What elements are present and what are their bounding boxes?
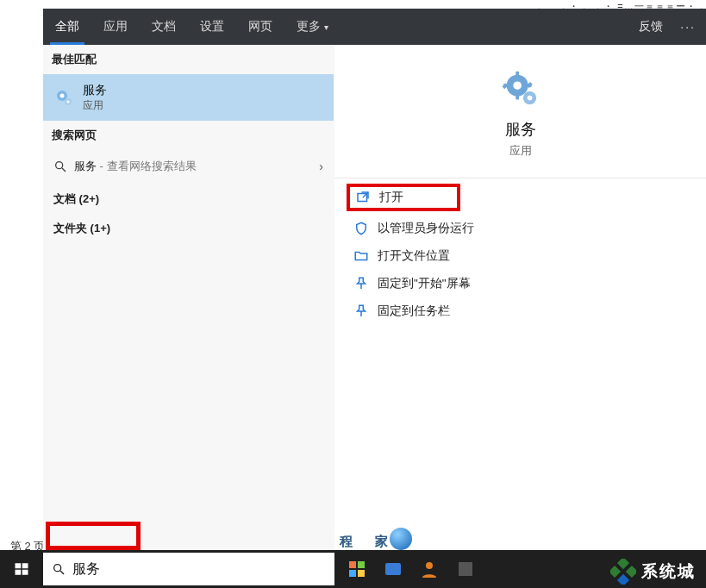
svg-point-1 bbox=[60, 94, 65, 98]
best-match-result[interactable]: 服务 应用 bbox=[43, 74, 334, 121]
svg-point-15 bbox=[527, 96, 532, 101]
pin-icon bbox=[353, 276, 369, 291]
search-icon bbox=[53, 160, 67, 173]
chevron-right-icon: › bbox=[319, 160, 323, 173]
tab-settings[interactable]: 设置 bbox=[188, 9, 236, 45]
web-search-term: 服务 bbox=[74, 160, 97, 172]
action-pin-start[interactable]: 固定到"开始"屏幕 bbox=[348, 270, 692, 297]
taskbar-app-icon[interactable] bbox=[455, 559, 476, 579]
start-button[interactable] bbox=[0, 550, 43, 588]
chevron-down-icon: ▾ bbox=[324, 22, 328, 32]
action-label: 打开 bbox=[379, 190, 403, 205]
svg-point-4 bbox=[56, 162, 63, 169]
svg-point-28 bbox=[426, 562, 433, 569]
svg-rect-26 bbox=[358, 570, 365, 577]
taskbar-app-icon[interactable] bbox=[347, 559, 367, 579]
web-search-item[interactable]: 服务 - 查看网络搜索结果 › bbox=[43, 150, 334, 183]
folder-icon bbox=[353, 248, 369, 264]
svg-rect-24 bbox=[358, 561, 365, 568]
detail-subtitle: 应用 bbox=[334, 143, 706, 159]
svg-rect-27 bbox=[385, 563, 401, 575]
tabs-container: 全部 应用 文档 设置 网页 更多 ▾ bbox=[43, 9, 341, 45]
tab-label: 全部 bbox=[55, 19, 79, 34]
result-subtitle: 应用 bbox=[83, 98, 107, 113]
taskbar-search-box[interactable] bbox=[43, 553, 334, 585]
feedback-button[interactable]: 反馈 bbox=[634, 19, 668, 34]
taskbar-search-wrap bbox=[43, 550, 334, 588]
web-search-desc: - 查看网络搜索结果 bbox=[97, 160, 197, 172]
open-icon bbox=[355, 190, 371, 205]
svg-rect-32 bbox=[610, 566, 621, 578]
web-search-label: 服务 - 查看网络搜索结果 bbox=[74, 159, 197, 174]
svg-rect-23 bbox=[349, 561, 356, 568]
svg-point-21 bbox=[54, 565, 61, 572]
detail-header: 服务 应用 bbox=[334, 45, 706, 178]
action-open-location[interactable]: 打开文件位置 bbox=[348, 242, 692, 270]
search-web-heading: 搜索网页 bbox=[43, 121, 334, 150]
result-text-block: 服务 应用 bbox=[83, 83, 107, 113]
tab-all[interactable]: 全部 bbox=[43, 9, 91, 45]
action-label: 固定到"开始"屏幕 bbox=[378, 276, 471, 291]
svg-rect-18 bbox=[22, 563, 28, 568]
search-tabs-bar: 全部 应用 文档 设置 网页 更多 ▾ 反馈 ··· bbox=[43, 9, 706, 45]
taskbar-app-icon[interactable] bbox=[419, 559, 440, 579]
action-pin-taskbar[interactable]: 固定到任务栏 bbox=[348, 297, 692, 325]
services-gear-icon bbox=[501, 69, 540, 109]
topbar-right: 反馈 ··· bbox=[634, 9, 701, 45]
pin-icon bbox=[353, 303, 369, 319]
best-match-heading: 最佳匹配 bbox=[43, 45, 334, 74]
tab-label: 应用 bbox=[103, 19, 128, 34]
svg-rect-17 bbox=[16, 563, 22, 568]
svg-line-22 bbox=[60, 571, 64, 574]
svg-rect-31 bbox=[626, 566, 636, 578]
detail-pane: 服务 应用 打开 以管理员身份运行 打开文件位置 bbox=[334, 45, 706, 554]
svg-rect-8 bbox=[515, 72, 519, 77]
shield-icon bbox=[353, 221, 369, 236]
windows-logo-icon bbox=[14, 561, 29, 577]
search-icon bbox=[52, 562, 66, 576]
taskbar-app-icon[interactable] bbox=[383, 559, 403, 579]
background-ball-icon bbox=[390, 528, 412, 550]
svg-rect-25 bbox=[349, 570, 356, 577]
svg-rect-30 bbox=[617, 559, 629, 569]
tab-label: 更多 bbox=[297, 19, 321, 34]
action-open[interactable]: 打开 bbox=[347, 184, 460, 211]
services-gear-icon bbox=[53, 87, 74, 108]
svg-rect-9 bbox=[515, 95, 519, 100]
brand-diamond-icon bbox=[610, 559, 636, 585]
result-title: 服务 bbox=[83, 83, 107, 98]
tab-label: 设置 bbox=[200, 19, 224, 34]
taskbar-app-icons bbox=[347, 559, 476, 579]
action-label: 以管理员身份运行 bbox=[378, 221, 474, 236]
tab-label: 网页 bbox=[248, 19, 272, 34]
tab-label: 文档 bbox=[152, 19, 176, 34]
action-run-as-admin[interactable]: 以管理员身份运行 bbox=[348, 215, 692, 242]
svg-rect-19 bbox=[16, 570, 22, 575]
taskbar: 系统城 bbox=[0, 550, 706, 588]
search-results-panel: 最佳匹配 服务 应用 搜索网页 服务 - 查看网络搜索结果 › 文档 (2+ bbox=[43, 45, 706, 554]
brand-text: 系统城 bbox=[641, 560, 696, 583]
results-left-column: 最佳匹配 服务 应用 搜索网页 服务 - 查看网络搜索结果 › 文档 (2+ bbox=[43, 45, 334, 554]
tab-apps[interactable]: 应用 bbox=[91, 9, 140, 45]
detail-title: 服务 bbox=[334, 119, 706, 140]
search-input[interactable] bbox=[72, 561, 326, 577]
tab-web[interactable]: 网页 bbox=[236, 9, 284, 45]
svg-point-7 bbox=[513, 81, 522, 90]
svg-line-5 bbox=[62, 168, 66, 172]
svg-rect-20 bbox=[22, 570, 28, 575]
action-list: 打开 以管理员身份运行 打开文件位置 固定到"开始"屏幕 bbox=[334, 178, 706, 334]
svg-rect-33 bbox=[617, 574, 629, 585]
documents-heading[interactable]: 文档 (2+) bbox=[43, 183, 334, 212]
action-label: 打开文件位置 bbox=[378, 248, 450, 264]
brand-watermark: 系统城 bbox=[610, 559, 696, 585]
tab-documents[interactable]: 文档 bbox=[140, 9, 188, 45]
svg-point-3 bbox=[66, 100, 69, 103]
background-ghost-text: 程 ㅤ 家 bbox=[340, 534, 393, 550]
svg-rect-29 bbox=[459, 562, 472, 576]
action-label: 固定到任务栏 bbox=[378, 303, 450, 319]
tab-more[interactable]: 更多 ▾ bbox=[284, 9, 341, 45]
folders-heading[interactable]: 文件夹 (1+) bbox=[43, 212, 334, 241]
more-options-button[interactable]: ··· bbox=[675, 20, 701, 34]
